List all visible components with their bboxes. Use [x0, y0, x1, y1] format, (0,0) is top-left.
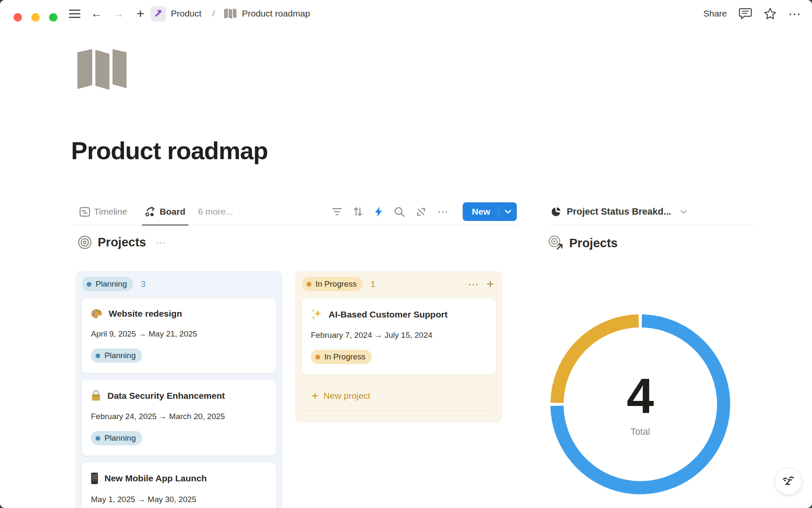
new-project-button[interactable]: + New project: [301, 381, 497, 411]
card-date-range: May 1, 2025 → May 30, 2025: [91, 495, 267, 504]
favorite-star-icon[interactable]: [764, 8, 776, 20]
column-add-card-icon[interactable]: +: [486, 278, 494, 290]
search-icon[interactable]: [394, 207, 405, 217]
notion-ai-face-button[interactable]: [775, 468, 802, 495]
plus-icon: +: [312, 390, 318, 402]
card-status-pill: Planning: [91, 348, 142, 363]
tab-timeline[interactable]: Timeline: [80, 198, 127, 225]
close-window-button[interactable]: [14, 13, 22, 22]
comments-icon[interactable]: [739, 7, 752, 20]
mobile-phone-icon: [91, 472, 98, 484]
donut-total-label: Total: [631, 426, 650, 437]
view-toolbar: ⋯ New: [332, 202, 517, 221]
view-tab-bar: Timeline Board 6 more...: [72, 198, 517, 225]
selector-chevron-down-icon: [680, 210, 687, 214]
breadcrumb-page[interactable]: Product roadmap: [242, 0, 310, 27]
status-dot: [307, 282, 311, 287]
breadcrumb-workspace[interactable]: Product: [171, 0, 201, 27]
board-view-icon: [145, 207, 156, 217]
sidebar-menu-icon[interactable]: [67, 0, 82, 27]
filter-icon[interactable]: [332, 208, 342, 215]
column-options-icon[interactable]: ⋯: [468, 278, 479, 290]
sparkles-icon: [311, 309, 322, 320]
status-pill-in-progress[interactable]: In Progress: [302, 277, 363, 291]
chart-section-divider: [550, 225, 754, 225]
linked-target-icon: [548, 235, 563, 251]
forward-button[interactable]: →: [111, 0, 126, 27]
back-button[interactable]: ←: [89, 0, 104, 27]
more-options-icon[interactable]: ⋯: [788, 6, 802, 21]
board-section-divider: [72, 225, 517, 225]
app-window: ← → + Product / Product roadmap Share ⋯ …: [0, 0, 812, 508]
card-status-pill: Planning: [91, 431, 142, 445]
share-button[interactable]: Share: [703, 8, 727, 19]
project-card-ai-support[interactable]: AI-Based Customer Support February 7, 20…: [301, 298, 497, 375]
automation-bolt-icon[interactable]: [374, 206, 383, 217]
status-pill-planning[interactable]: Planning: [82, 277, 133, 291]
chart-view-selector[interactable]: Project Status Breakd...: [551, 199, 687, 224]
project-card-website-redesign[interactable]: Website redesign April 9, 2025 → May 21,…: [81, 298, 277, 373]
tab-board[interactable]: Board: [145, 198, 186, 225]
map-icon: [223, 0, 238, 27]
minimize-window-button[interactable]: [31, 13, 40, 22]
new-button[interactable]: New: [463, 202, 517, 221]
more-views-link[interactable]: 6 more...: [198, 207, 233, 217]
column-planning: Planning 3 Website redesign April 9, 202…: [75, 271, 283, 508]
page-title[interactable]: Product roadmap: [71, 136, 268, 165]
workspace-hammer-icon[interactable]: [151, 6, 166, 22]
board-heading-options-icon[interactable]: ⋯: [155, 237, 166, 248]
card-status-pill: In Progress: [311, 350, 372, 364]
window-controls: [14, 13, 58, 22]
lock-icon: [91, 390, 101, 401]
board-database-heading: Projects ⋯: [78, 235, 166, 249]
chart-heading-title[interactable]: Projects: [569, 236, 617, 250]
board-heading-title[interactable]: Projects: [98, 235, 146, 249]
card-date-range: February 7, 2024 → July 15, 2024: [311, 331, 487, 340]
project-card-data-security[interactable]: Data Security Enhancement February 24, 2…: [81, 379, 277, 456]
column-count: 1: [370, 279, 375, 289]
card-date-range: February 24, 2025 → March 20, 2025: [91, 412, 267, 421]
chart-database-heading: Projects: [548, 235, 617, 251]
card-date-range: April 9, 2025 → May 21, 2025: [91, 329, 267, 339]
target-icon: [78, 235, 92, 249]
status-dot: [87, 282, 91, 287]
column-in-progress: In Progress 1 ⋯ + AI-Based Customer Supp…: [295, 271, 502, 422]
new-button-chevron-down-icon[interactable]: [499, 202, 517, 221]
pie-chart-icon: [551, 207, 561, 217]
donut-center: 4 Total: [547, 311, 733, 497]
column-count: 3: [141, 279, 145, 289]
sort-icon[interactable]: [353, 207, 363, 216]
status-breakdown-donut-chart: 4 Total: [547, 311, 733, 497]
window-titlebar: ← → + Product / Product roadmap Share ⋯: [0, 0, 812, 27]
new-page-button[interactable]: +: [133, 0, 148, 27]
expand-icon[interactable]: [416, 207, 426, 217]
breadcrumb-separator: /: [212, 0, 215, 27]
column-in-progress-header[interactable]: In Progress 1 ⋯ +: [302, 277, 496, 291]
palette-icon: [91, 309, 102, 319]
zoom-window-button[interactable]: [49, 13, 58, 22]
donut-total-value: 4: [627, 371, 654, 420]
view-options-icon[interactable]: ⋯: [437, 205, 449, 218]
timeline-view-icon: [80, 207, 90, 217]
column-planning-header[interactable]: Planning 3: [82, 277, 276, 291]
page-map-icon[interactable]: [76, 49, 129, 90]
project-card-mobile-app[interactable]: New Mobile App Launch May 1, 2025 → May …: [81, 462, 277, 508]
